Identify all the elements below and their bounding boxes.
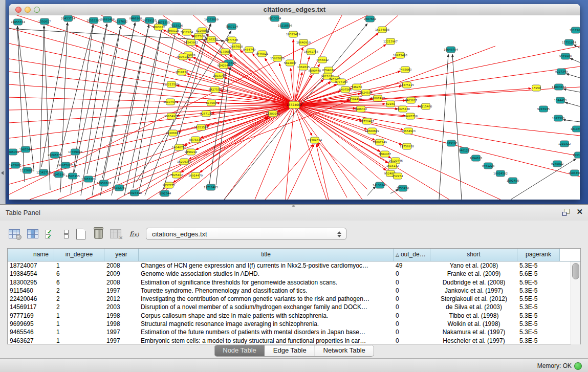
network-window-titlebar[interactable]: citations_edges.txt xyxy=(9,4,580,16)
table-cell[interactable]: Estimation of significance thresholds fo… xyxy=(139,278,394,287)
table-cell[interactable]: 5.5E-5 xyxy=(517,295,560,303)
table-cell[interactable]: 5.3E-5 xyxy=(517,303,560,311)
network-node[interactable]: 252254 xyxy=(393,173,403,179)
table-cell[interactable]: Disruption of a novel member of a sodium… xyxy=(139,303,394,311)
network-node[interactable]: 1350617 xyxy=(38,18,51,25)
table-vertical-scrollbar[interactable] xyxy=(571,261,580,344)
network-node[interactable]: 11156869 xyxy=(20,167,34,173)
table-row[interactable]: 2242004622012Investigating the contribut… xyxy=(8,295,580,303)
table-cell[interactable]: 9115460 xyxy=(8,287,54,295)
network-node[interactable]: 7955812 xyxy=(316,57,329,63)
network-node[interactable]: 9827508 xyxy=(192,33,205,39)
network-node[interactable]: 2667608 xyxy=(230,43,243,50)
table-cell[interactable]: 1 xyxy=(54,312,104,320)
table-cell[interactable]: Estimation of the future numbers of pati… xyxy=(139,328,394,336)
table-cell[interactable]: 2 xyxy=(54,303,104,311)
table-cell[interactable]: 1998 xyxy=(104,312,139,320)
network-node[interactable]: 10807487 xyxy=(371,95,385,101)
table-row[interactable]: 969969511998Structural magnetic resonanc… xyxy=(8,320,580,328)
table-cell[interactable]: 2012 xyxy=(104,295,139,303)
network-node[interactable]: 12213589 xyxy=(164,81,179,87)
table-cell[interactable]: 2009 xyxy=(104,270,139,278)
close-panel-icon[interactable]: ✕ xyxy=(576,207,583,216)
table-cell[interactable]: 9465546 xyxy=(8,328,54,336)
table-cell[interactable]: 0 xyxy=(394,337,430,345)
network-node[interactable]: 9896132 xyxy=(177,54,190,60)
table-cell[interactable]: 14569117 xyxy=(8,303,54,311)
table-cell[interactable]: Stergiakouli et al. (2012) xyxy=(430,295,517,303)
table-cell[interactable]: 5.6E-5 xyxy=(517,270,560,278)
network-node[interactable]: 7485063 xyxy=(399,67,412,73)
table-cell[interactable]: 0 xyxy=(394,287,430,295)
float-panel-icon[interactable] xyxy=(562,209,570,215)
table-row[interactable]: 977716911998Corpus callosum shape and si… xyxy=(8,312,580,320)
network-node[interactable]: 17359928 xyxy=(68,149,82,155)
table-cell[interactable]: 5.3E-5 xyxy=(517,320,560,328)
network-node[interactable]: 9461228 xyxy=(482,163,495,169)
network-node[interactable]: 24055724 xyxy=(11,19,25,25)
network-node[interactable]: 10719155 xyxy=(142,17,157,24)
network-node[interactable]: 8427552 xyxy=(209,86,222,93)
network-node[interactable]: 1435061 xyxy=(9,162,21,168)
column-header-in_degree[interactable]: in_degree xyxy=(54,249,104,261)
table-cell[interactable]: 0 xyxy=(394,278,430,287)
table-row[interactable]: 911546021997Tourette syndrome. Phenomeno… xyxy=(8,287,580,295)
table-row[interactable]: 946362711997Embryonic stem cells: a mode… xyxy=(8,337,580,345)
network-node[interactable]: 9463627 xyxy=(405,97,418,103)
table-cell[interactable]: 1997 xyxy=(104,287,139,295)
network-node[interactable]: 8813054 xyxy=(269,15,281,21)
network-node[interactable]: 18107534 xyxy=(163,99,178,105)
network-node[interactable]: 18720407 xyxy=(360,118,374,124)
table-cell[interactable]: 19384554 xyxy=(8,270,54,278)
column-header-pagerank[interactable]: pagerank xyxy=(517,249,560,261)
network-node[interactable]: 19495758 xyxy=(403,113,418,119)
column-header-title[interactable]: title xyxy=(139,249,394,261)
table-cell[interactable]: 2003 xyxy=(104,303,139,311)
table-cell[interactable]: 2 xyxy=(54,295,104,303)
table-cell[interactable]: 6 xyxy=(54,278,104,287)
network-node[interactable]: 7663822 xyxy=(153,24,165,30)
table-row[interactable]: 946554611997Estimation of the future num… xyxy=(8,328,580,336)
table-cell[interactable]: 9463627 xyxy=(8,337,54,345)
table-cell[interactable]: 0 xyxy=(394,320,430,328)
network-node[interactable]: 8466160 xyxy=(129,15,142,21)
network-node[interactable]: 1094613 xyxy=(470,155,483,161)
table-row[interactable]: 1872400712008Changes of HCN gene express… xyxy=(8,261,580,270)
table-cell[interactable]: Structural magnetic resonance image aver… xyxy=(139,320,394,328)
network-node[interactable]: 1527602 xyxy=(115,18,128,25)
network-node[interactable]: 7625402 xyxy=(170,172,183,178)
table-cell[interactable]: 0 xyxy=(394,303,430,311)
column-visibility-icon[interactable] xyxy=(26,227,40,241)
network-node[interactable]: 1210322 xyxy=(558,141,571,147)
network-node[interactable]: 1022303 xyxy=(552,115,565,121)
network-node[interactable]: 9115460 xyxy=(420,103,432,110)
table-cell[interactable]: 0 xyxy=(394,328,430,336)
table-cell[interactable]: 1997 xyxy=(104,328,139,336)
network-node[interactable]: 9498222 xyxy=(185,149,198,155)
table-cell[interactable]: 2008 xyxy=(104,278,139,287)
network-node[interactable]: 1615132 xyxy=(386,163,399,169)
table-cell[interactable]: 49 xyxy=(394,261,430,270)
network-node[interactable]: 1377546 xyxy=(226,37,238,43)
table-cell[interactable]: 18724007 xyxy=(8,261,54,270)
table-cell[interactable]: Hescheler et al. (1997) xyxy=(430,337,517,345)
network-node[interactable]: 1210352 xyxy=(571,126,580,132)
network-node[interactable]: 1117204 xyxy=(570,27,580,33)
network-node[interactable]: 12505155 xyxy=(66,173,80,179)
network-view-window[interactable]: citations_edges.txt 24055724135061720453… xyxy=(9,4,580,200)
table-cell[interactable]: 1997 xyxy=(104,337,139,345)
table-cell[interactable]: 5.3E-5 xyxy=(517,287,560,295)
network-node[interactable]: 16648784 xyxy=(444,47,458,53)
table-row[interactable]: 1830029562008Estimation of significance … xyxy=(8,278,580,287)
column-header-short[interactable]: short xyxy=(430,249,517,261)
network-node[interactable]: 18325419 xyxy=(286,31,300,37)
row-height-icon[interactable] xyxy=(59,227,73,241)
tab-network-table[interactable]: Network Table xyxy=(315,345,374,356)
network-node[interactable]: 817003 xyxy=(206,100,217,106)
network-node[interactable]: 15958 xyxy=(532,85,541,91)
table-cell[interactable]: Jankovic et al. (1997) xyxy=(430,287,517,295)
network-node[interactable]: 746266 xyxy=(352,84,362,90)
network-node[interactable]: 10025438 xyxy=(396,106,410,112)
table-cell[interactable]: 2 xyxy=(54,287,104,295)
network-node[interactable]: 16958107 xyxy=(97,180,111,186)
